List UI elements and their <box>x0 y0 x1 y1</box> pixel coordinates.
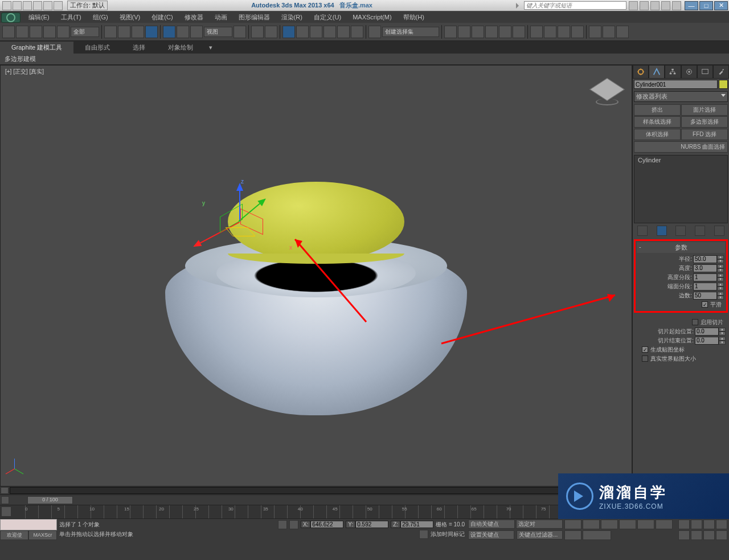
param-capsegs-input[interactable] <box>693 283 717 291</box>
snap-toggle-icon[interactable] <box>351 26 363 38</box>
select-region-icon[interactable] <box>132 26 144 38</box>
undo-icon[interactable] <box>2 26 15 38</box>
param-sides-input[interactable] <box>693 292 717 300</box>
stack-remove-icon[interactable] <box>695 226 705 236</box>
workspace-dropdown[interactable]: 工作台: 默认 <box>67 1 108 10</box>
schematic-view-icon[interactable] <box>513 26 525 38</box>
layer-manager-icon[interactable] <box>485 26 498 38</box>
stack-pin-icon[interactable] <box>637 226 648 236</box>
keyboard-shortcut-icon[interactable] <box>265 26 277 38</box>
key-mode-icon[interactable] <box>656 520 673 529</box>
subscription-icon[interactable] <box>640 1 649 10</box>
fov-icon[interactable] <box>678 530 690 540</box>
welcome-button[interactable]: 欢迎使 <box>0 530 28 541</box>
mod-btn-patchsel[interactable]: 面片选择 <box>681 104 728 116</box>
time-slider-handle[interactable]: 0 / 100 <box>27 496 73 504</box>
help-icon[interactable] <box>672 1 681 10</box>
link-icon[interactable] <box>30 26 42 38</box>
transform-x-input[interactable] <box>310 521 343 528</box>
select-manipulate-icon[interactable] <box>251 26 264 38</box>
zoom-extents-all-icon[interactable] <box>716 520 727 529</box>
rendered-frame-icon[interactable] <box>558 26 570 38</box>
ribbon-panel-polymodel[interactable]: 多边形建模 <box>0 54 729 65</box>
param-height-input[interactable] <box>693 264 717 272</box>
time-tag-icon[interactable] <box>419 530 428 539</box>
selected-pin-dropdown[interactable]: 选定对 <box>516 520 563 529</box>
qat-undo-icon[interactable] <box>43 1 52 10</box>
unlink-icon[interactable] <box>43 26 56 38</box>
layers-icon[interactable] <box>472 26 484 38</box>
menu-views[interactable]: 视图(V) <box>114 12 146 23</box>
next-frame-icon[interactable] <box>619 520 636 529</box>
render-production-icon[interactable] <box>571 26 584 38</box>
current-frame-input[interactable] <box>583 530 611 540</box>
modifier-stack[interactable]: Cylinder <box>634 155 728 223</box>
mod-btn-ffdsel[interactable]: FFD 选择 <box>681 129 728 140</box>
menu-animation[interactable]: 动画 <box>209 12 233 23</box>
menu-grapheditors[interactable]: 图形编辑器 <box>233 12 276 23</box>
spinner-snap-icon[interactable] <box>323 26 336 38</box>
window-crossing-icon[interactable] <box>145 26 158 38</box>
transform-y-input[interactable] <box>355 521 388 528</box>
prev-frame-icon[interactable] <box>583 520 600 529</box>
mod-btn-nurbs[interactable]: NURBS 曲面选择 <box>634 141 728 153</box>
snap-2d-icon[interactable] <box>282 26 295 38</box>
bind-spacewarp-icon[interactable] <box>57 26 69 38</box>
stack-config-icon[interactable] <box>714 226 724 236</box>
ribbon-tab-paint[interactable]: 对象绘制 <box>157 42 204 54</box>
named-sel-dropdown[interactable]: 创建选择集 <box>382 27 439 37</box>
spinner-up-icon[interactable]: ▲ <box>717 255 724 259</box>
qat-redo-icon[interactable] <box>54 1 63 10</box>
add-time-tag[interactable]: 添加时间标记 <box>431 530 465 538</box>
search-go-icon[interactable] <box>629 1 638 10</box>
absolute-mode-icon[interactable] <box>289 520 298 529</box>
tab-display[interactable] <box>697 65 713 79</box>
goto-start-icon[interactable] <box>564 520 581 529</box>
mirror-icon[interactable] <box>444 26 457 38</box>
mod-btn-extrude[interactable]: 挤出 <box>634 104 681 116</box>
smooth-checkbox[interactable]: ✓ <box>702 301 708 308</box>
menu-modifiers[interactable]: 修改器 <box>179 12 209 23</box>
qat-save-icon[interactable] <box>33 1 42 10</box>
edit-named-sel-icon[interactable] <box>368 26 381 38</box>
autokey-button[interactable]: 自动关键点 <box>468 520 515 529</box>
genmap-checkbox[interactable]: ✓ <box>642 346 648 353</box>
param-heightsegs-input[interactable] <box>693 273 717 281</box>
close-button[interactable]: ✕ <box>714 1 728 10</box>
stack-unique-icon[interactable] <box>675 226 686 236</box>
selection-filter-dropdown[interactable]: 全部 <box>71 27 99 37</box>
spinner-down-icon[interactable]: ▼ <box>717 259 724 263</box>
app-menu-icon[interactable] <box>1 13 21 23</box>
menu-rendering[interactable]: 渲染(R) <box>276 12 308 23</box>
curve-editor-icon[interactable] <box>499 26 511 38</box>
select-move-icon[interactable] <box>163 26 175 38</box>
stack-show-icon[interactable] <box>657 226 667 236</box>
ribbon-tab-graphite[interactable]: Graphite 建模工具 <box>0 42 73 54</box>
modifier-list-dropdown[interactable]: 修改器列表 <box>634 91 728 102</box>
menu-edit[interactable]: 编辑(E) <box>23 12 55 23</box>
keyfilters-button[interactable]: 关键点过滤器... <box>517 530 563 539</box>
pivot-center-icon[interactable] <box>234 26 246 38</box>
lock-selection-icon[interactable] <box>278 520 287 529</box>
tab-hierarchy[interactable] <box>665 65 681 79</box>
tab-motion[interactable] <box>681 65 697 79</box>
mod-btn-volsel[interactable]: 体积选择 <box>634 129 681 140</box>
menu-group[interactable]: 组(G) <box>87 12 114 23</box>
ref-coord-dropdown[interactable]: 视图 <box>204 27 232 37</box>
snap-percent-icon[interactable] <box>310 26 322 38</box>
render-icon[interactable] <box>589 26 601 38</box>
select-rotate-icon[interactable] <box>177 26 189 38</box>
mod-btn-polysel[interactable]: 多边形选择 <box>681 116 728 128</box>
menu-create[interactable]: 创建(C) <box>146 12 178 23</box>
menu-help[interactable]: 帮助(H) <box>398 12 430 23</box>
viewcube[interactable] <box>593 76 621 104</box>
snap-angle-icon[interactable] <box>296 26 309 38</box>
param-radius-input[interactable] <box>693 255 717 263</box>
tab-modify[interactable] <box>649 65 665 79</box>
material-editor-icon[interactable] <box>530 26 543 38</box>
select-by-name-icon[interactable] <box>118 26 130 38</box>
maximize-button[interactable]: □ <box>699 1 713 10</box>
zoom-all-icon[interactable] <box>691 520 702 529</box>
zoom-extents-icon[interactable] <box>703 520 715 529</box>
select-object-icon[interactable] <box>104 26 117 38</box>
